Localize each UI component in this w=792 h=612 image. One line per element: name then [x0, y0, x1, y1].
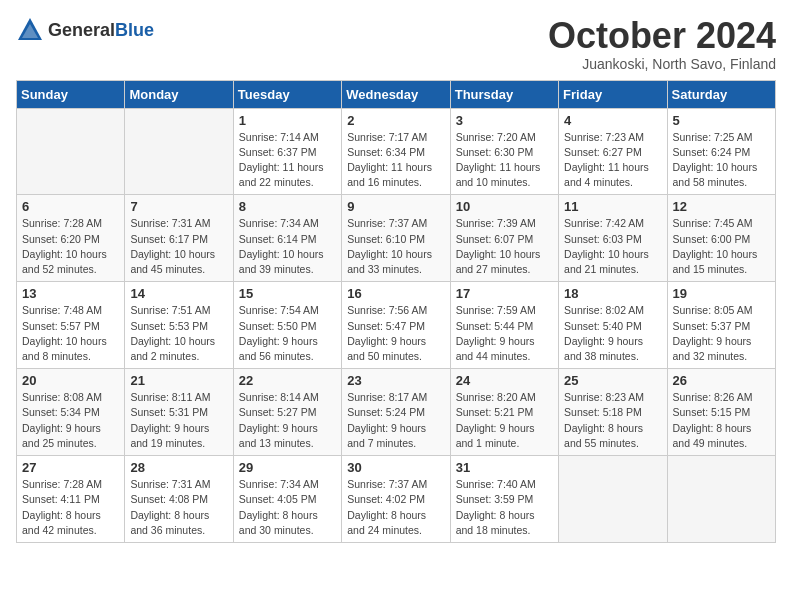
week-row-3: 20Sunrise: 8:08 AMSunset: 5:34 PMDayligh…	[17, 369, 776, 456]
day-number: 16	[347, 286, 444, 301]
day-number: 29	[239, 460, 336, 475]
title-area: October 2024 Juankoski, North Savo, Finl…	[548, 16, 776, 72]
day-info: Sunrise: 7:59 AMSunset: 5:44 PMDaylight:…	[456, 303, 553, 364]
day-info: Sunrise: 7:37 AMSunset: 6:10 PMDaylight:…	[347, 216, 444, 277]
day-number: 7	[130, 199, 227, 214]
day-info: Sunrise: 8:26 AMSunset: 5:15 PMDaylight:…	[673, 390, 770, 451]
calendar-body: 1Sunrise: 7:14 AMSunset: 6:37 PMDaylight…	[17, 108, 776, 542]
calendar-table: Sunday Monday Tuesday Wednesday Thursday…	[16, 80, 776, 543]
logo-general: General	[48, 20, 115, 40]
week-row-0: 1Sunrise: 7:14 AMSunset: 6:37 PMDaylight…	[17, 108, 776, 195]
day-info: Sunrise: 7:39 AMSunset: 6:07 PMDaylight:…	[456, 216, 553, 277]
day-info: Sunrise: 7:28 AMSunset: 6:20 PMDaylight:…	[22, 216, 119, 277]
day-cell: 10Sunrise: 7:39 AMSunset: 6:07 PMDayligh…	[450, 195, 558, 282]
day-number: 9	[347, 199, 444, 214]
day-cell: 9Sunrise: 7:37 AMSunset: 6:10 PMDaylight…	[342, 195, 450, 282]
day-info: Sunrise: 7:34 AMSunset: 6:14 PMDaylight:…	[239, 216, 336, 277]
day-number: 2	[347, 113, 444, 128]
day-info: Sunrise: 7:31 AMSunset: 4:08 PMDaylight:…	[130, 477, 227, 538]
day-number: 24	[456, 373, 553, 388]
day-number: 10	[456, 199, 553, 214]
day-number: 18	[564, 286, 661, 301]
header-thursday: Thursday	[450, 80, 558, 108]
page-header: GeneralBlue October 2024 Juankoski, Nort…	[16, 16, 776, 72]
day-cell: 5Sunrise: 7:25 AMSunset: 6:24 PMDaylight…	[667, 108, 775, 195]
day-cell	[125, 108, 233, 195]
day-cell: 14Sunrise: 7:51 AMSunset: 5:53 PMDayligh…	[125, 282, 233, 369]
day-info: Sunrise: 7:40 AMSunset: 3:59 PMDaylight:…	[456, 477, 553, 538]
day-number: 28	[130, 460, 227, 475]
day-info: Sunrise: 7:42 AMSunset: 6:03 PMDaylight:…	[564, 216, 661, 277]
day-info: Sunrise: 8:23 AMSunset: 5:18 PMDaylight:…	[564, 390, 661, 451]
day-cell: 1Sunrise: 7:14 AMSunset: 6:37 PMDaylight…	[233, 108, 341, 195]
day-cell: 18Sunrise: 8:02 AMSunset: 5:40 PMDayligh…	[559, 282, 667, 369]
day-info: Sunrise: 7:25 AMSunset: 6:24 PMDaylight:…	[673, 130, 770, 191]
day-info: Sunrise: 8:08 AMSunset: 5:34 PMDaylight:…	[22, 390, 119, 451]
day-info: Sunrise: 7:31 AMSunset: 6:17 PMDaylight:…	[130, 216, 227, 277]
day-cell: 19Sunrise: 8:05 AMSunset: 5:37 PMDayligh…	[667, 282, 775, 369]
day-number: 11	[564, 199, 661, 214]
week-row-4: 27Sunrise: 7:28 AMSunset: 4:11 PMDayligh…	[17, 456, 776, 543]
day-cell: 11Sunrise: 7:42 AMSunset: 6:03 PMDayligh…	[559, 195, 667, 282]
calendar-header: Sunday Monday Tuesday Wednesday Thursday…	[17, 80, 776, 108]
day-cell: 17Sunrise: 7:59 AMSunset: 5:44 PMDayligh…	[450, 282, 558, 369]
day-info: Sunrise: 8:17 AMSunset: 5:24 PMDaylight:…	[347, 390, 444, 451]
day-cell: 23Sunrise: 8:17 AMSunset: 5:24 PMDayligh…	[342, 369, 450, 456]
subtitle: Juankoski, North Savo, Finland	[548, 56, 776, 72]
day-cell: 28Sunrise: 7:31 AMSunset: 4:08 PMDayligh…	[125, 456, 233, 543]
day-info: Sunrise: 7:14 AMSunset: 6:37 PMDaylight:…	[239, 130, 336, 191]
day-cell: 12Sunrise: 7:45 AMSunset: 6:00 PMDayligh…	[667, 195, 775, 282]
day-number: 14	[130, 286, 227, 301]
day-number: 6	[22, 199, 119, 214]
day-cell: 21Sunrise: 8:11 AMSunset: 5:31 PMDayligh…	[125, 369, 233, 456]
day-info: Sunrise: 8:05 AMSunset: 5:37 PMDaylight:…	[673, 303, 770, 364]
week-row-2: 13Sunrise: 7:48 AMSunset: 5:57 PMDayligh…	[17, 282, 776, 369]
day-number: 15	[239, 286, 336, 301]
day-cell: 16Sunrise: 7:56 AMSunset: 5:47 PMDayligh…	[342, 282, 450, 369]
day-cell: 15Sunrise: 7:54 AMSunset: 5:50 PMDayligh…	[233, 282, 341, 369]
day-number: 27	[22, 460, 119, 475]
day-cell: 26Sunrise: 8:26 AMSunset: 5:15 PMDayligh…	[667, 369, 775, 456]
day-number: 1	[239, 113, 336, 128]
day-cell: 3Sunrise: 7:20 AMSunset: 6:30 PMDaylight…	[450, 108, 558, 195]
day-number: 31	[456, 460, 553, 475]
day-number: 21	[130, 373, 227, 388]
header-friday: Friday	[559, 80, 667, 108]
logo-blue: Blue	[115, 20, 154, 40]
day-cell: 8Sunrise: 7:34 AMSunset: 6:14 PMDaylight…	[233, 195, 341, 282]
header-sunday: Sunday	[17, 80, 125, 108]
day-cell: 24Sunrise: 8:20 AMSunset: 5:21 PMDayligh…	[450, 369, 558, 456]
day-info: Sunrise: 7:28 AMSunset: 4:11 PMDaylight:…	[22, 477, 119, 538]
day-number: 5	[673, 113, 770, 128]
day-cell: 7Sunrise: 7:31 AMSunset: 6:17 PMDaylight…	[125, 195, 233, 282]
day-info: Sunrise: 8:14 AMSunset: 5:27 PMDaylight:…	[239, 390, 336, 451]
day-number: 17	[456, 286, 553, 301]
day-cell: 31Sunrise: 7:40 AMSunset: 3:59 PMDayligh…	[450, 456, 558, 543]
day-info: Sunrise: 7:51 AMSunset: 5:53 PMDaylight:…	[130, 303, 227, 364]
day-cell	[17, 108, 125, 195]
day-number: 13	[22, 286, 119, 301]
logo: GeneralBlue	[16, 16, 154, 44]
header-tuesday: Tuesday	[233, 80, 341, 108]
day-cell: 30Sunrise: 7:37 AMSunset: 4:02 PMDayligh…	[342, 456, 450, 543]
day-number: 25	[564, 373, 661, 388]
day-cell: 20Sunrise: 8:08 AMSunset: 5:34 PMDayligh…	[17, 369, 125, 456]
day-info: Sunrise: 7:37 AMSunset: 4:02 PMDaylight:…	[347, 477, 444, 538]
header-wednesday: Wednesday	[342, 80, 450, 108]
day-number: 23	[347, 373, 444, 388]
day-cell: 27Sunrise: 7:28 AMSunset: 4:11 PMDayligh…	[17, 456, 125, 543]
day-info: Sunrise: 7:56 AMSunset: 5:47 PMDaylight:…	[347, 303, 444, 364]
day-number: 8	[239, 199, 336, 214]
day-info: Sunrise: 7:48 AMSunset: 5:57 PMDaylight:…	[22, 303, 119, 364]
day-cell: 29Sunrise: 7:34 AMSunset: 4:05 PMDayligh…	[233, 456, 341, 543]
day-number: 22	[239, 373, 336, 388]
day-info: Sunrise: 7:23 AMSunset: 6:27 PMDaylight:…	[564, 130, 661, 191]
day-cell: 13Sunrise: 7:48 AMSunset: 5:57 PMDayligh…	[17, 282, 125, 369]
day-info: Sunrise: 8:02 AMSunset: 5:40 PMDaylight:…	[564, 303, 661, 364]
day-info: Sunrise: 7:17 AMSunset: 6:34 PMDaylight:…	[347, 130, 444, 191]
day-info: Sunrise: 7:45 AMSunset: 6:00 PMDaylight:…	[673, 216, 770, 277]
day-info: Sunrise: 7:34 AMSunset: 4:05 PMDaylight:…	[239, 477, 336, 538]
day-cell	[559, 456, 667, 543]
day-info: Sunrise: 7:54 AMSunset: 5:50 PMDaylight:…	[239, 303, 336, 364]
day-cell: 4Sunrise: 7:23 AMSunset: 6:27 PMDaylight…	[559, 108, 667, 195]
